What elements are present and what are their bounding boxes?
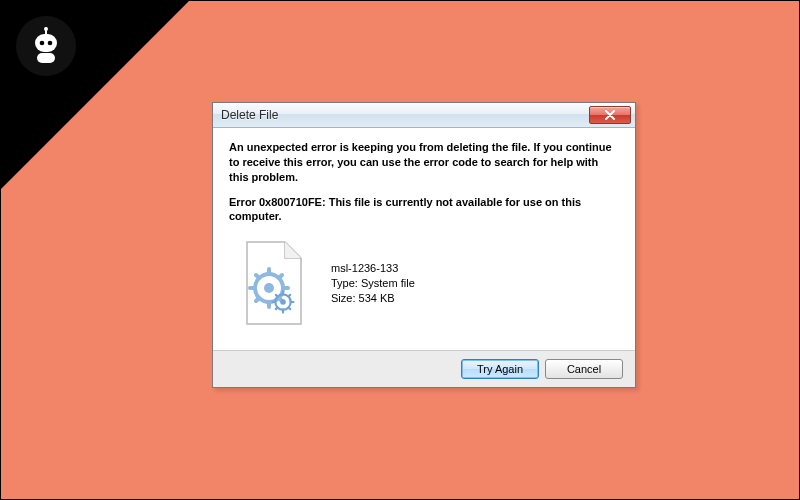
- robot-logo-icon: [26, 26, 66, 66]
- svg-line-12: [256, 275, 259, 278]
- error-code-line: Error 0x800710FE: This file is currently…: [229, 195, 619, 225]
- site-logo-badge: [16, 16, 76, 76]
- error-message: An unexpected error is keeping you from …: [229, 140, 619, 185]
- system-file-icon: [229, 238, 319, 328]
- svg-line-24: [276, 308, 278, 310]
- svg-line-23: [289, 295, 291, 297]
- file-name: msl-1236-133: [331, 261, 415, 276]
- close-icon: [604, 110, 616, 120]
- dialog-footer: Try Again Cancel: [213, 350, 635, 387]
- dialog-body: An unexpected error is keeping you from …: [213, 128, 635, 350]
- try-again-button[interactable]: Try Again: [461, 359, 539, 379]
- file-info-row: msl-1236-133 Type: System file Size: 534…: [229, 238, 619, 328]
- svg-rect-2: [35, 34, 57, 52]
- close-button[interactable]: [589, 106, 631, 124]
- svg-point-1: [44, 27, 48, 31]
- dialog-title: Delete File: [221, 108, 589, 122]
- delete-file-dialog: Delete File An unexpected error is keepi…: [212, 102, 636, 388]
- svg-line-25: [289, 308, 291, 310]
- svg-line-14: [256, 298, 259, 301]
- svg-point-3: [40, 41, 45, 46]
- svg-line-22: [276, 295, 278, 297]
- titlebar[interactable]: Delete File: [213, 103, 635, 128]
- cancel-button[interactable]: Cancel: [545, 359, 623, 379]
- svg-point-4: [48, 41, 53, 46]
- svg-point-7: [264, 283, 274, 293]
- file-type: Type: System file: [331, 276, 415, 291]
- file-details: msl-1236-133 Type: System file Size: 534…: [331, 261, 415, 306]
- svg-rect-5: [37, 53, 55, 63]
- svg-line-13: [279, 275, 282, 278]
- file-size: Size: 534 KB: [331, 291, 415, 306]
- svg-point-17: [280, 299, 286, 305]
